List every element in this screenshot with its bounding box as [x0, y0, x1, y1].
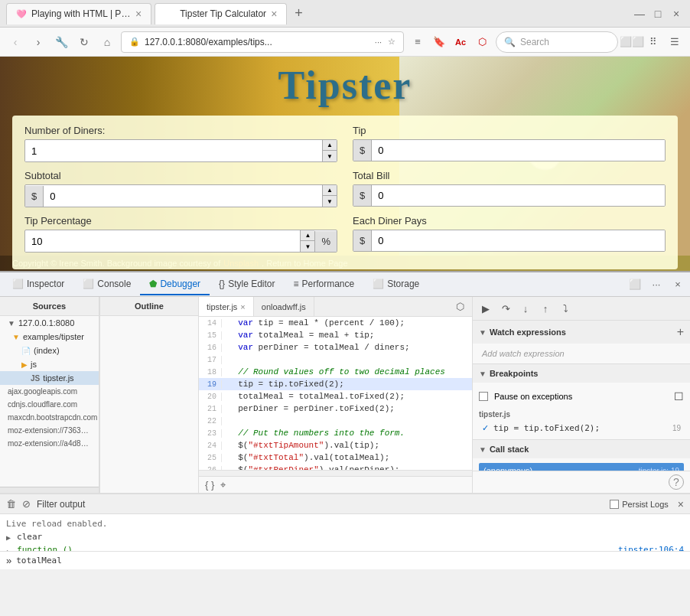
breakpoints-header[interactable]: ▼ Breakpoints [473, 364, 690, 383]
forward-button[interactable]: › [29, 33, 47, 51]
each-diner-group: Each Diner Pays $ [353, 215, 666, 253]
js-file-icon: JS [31, 374, 40, 383]
tip-input[interactable] [372, 140, 665, 161]
filter-btn[interactable]: ⊘ [22, 498, 31, 510]
apps-icon[interactable]: ⠿ [644, 33, 662, 51]
url-bar[interactable]: 🔒 127.0.0.1:8080/examples/tips... ··· ☆ [121, 31, 404, 53]
synced-tabs-icon[interactable]: ≡ [408, 33, 427, 51]
menu-button[interactable]: ☰ [666, 33, 684, 51]
tree-moz2[interactable]: moz-extension://a4d89d8e-ef272-4b1... [0, 437, 99, 450]
close-devtools-button[interactable]: × [669, 275, 687, 294]
expand-code-btn[interactable]: ⬡ [451, 298, 469, 316]
pdf-icon[interactable]: Ac [451, 33, 470, 51]
tree-folder-examples[interactable]: ▼ examples/tipster [0, 330, 99, 344]
tab-debugger[interactable]: ⬟ Debugger [140, 274, 210, 295]
home-button[interactable]: ⌂ [98, 33, 116, 51]
close-button[interactable]: × [669, 6, 684, 21]
nav-icons: ≡ 🔖 Ac ⬡ [408, 33, 491, 51]
bp-line-number: 19 [672, 424, 681, 432]
tree-tipster-js[interactable]: JS tipster.js [0, 371, 99, 385]
step-over-btn[interactable]: ↷ [497, 300, 514, 317]
subtotal-up[interactable]: ▲ [323, 185, 337, 196]
help-button[interactable]: ? [669, 474, 684, 490]
code-tab-onload-label: onloadwff.js [262, 302, 306, 311]
tools-button[interactable]: 🔧 [52, 33, 70, 51]
diners-down[interactable]: ▼ [323, 151, 337, 161]
code-search-btn[interactable]: ⌖ [220, 479, 226, 491]
tab-playing-html[interactable]: 🩷 Playing with HTML | Playing w... × [6, 3, 151, 24]
persist-checkbox[interactable]: Persist Logs [610, 500, 669, 509]
sources-scrollbar[interactable] [0, 487, 99, 493]
step-out-btn[interactable]: ↑ [537, 300, 554, 317]
style-editor-label: Style Editor [228, 279, 275, 289]
tab-performance[interactable]: ≡ Performance [284, 274, 363, 295]
tree-cdnjs[interactable]: cdnjs.cloudflare.com [0, 398, 99, 411]
search-bar[interactable]: 🔍 Search [496, 31, 618, 53]
subtotal-input[interactable] [44, 186, 322, 207]
callstack-header[interactable]: ▼ Call stack [473, 440, 690, 458]
tree-maxcdn[interactable]: maxcdn.bootstrapcdn.com [0, 411, 99, 424]
add-watch-btn[interactable]: + [677, 325, 684, 339]
line-content-21: perDiner = perDiner.toFixed(2); [222, 404, 395, 413]
step-btn[interactable]: ⤵ [557, 300, 574, 317]
tree-ajax[interactable]: ajax.googleapis.com [0, 385, 99, 398]
each-diner-input[interactable] [372, 230, 665, 251]
tip-percent-input[interactable] [25, 231, 300, 252]
bookmark-icon[interactable]: ··· [373, 36, 383, 48]
step-in-btn[interactable]: ↓ [517, 300, 534, 317]
code-tab-tipster[interactable]: tipster.js × [199, 297, 254, 316]
tab-console[interactable]: ⬜ Console [73, 274, 140, 295]
tip-percent-spinner[interactable]: ▲ ▼ [300, 230, 314, 252]
extensions-icon[interactable]: ⬜⬜ [623, 33, 641, 51]
watch-label: Watch expressions [490, 328, 566, 337]
code-panel: tipster.js × onloadwff.js ⬡ 14 [199, 297, 472, 493]
code-horizontal-scroll[interactable] [199, 470, 472, 476]
bp-toggle-icon: ▼ [479, 370, 487, 378]
tree-moz1[interactable]: moz-extension://736333ac-2b4b-4cfc... [0, 424, 99, 437]
console-link[interactable]: tipster:106:4 [618, 545, 684, 551]
subtotal-spinner[interactable]: ▲ ▼ [322, 185, 337, 207]
new-tab-button[interactable]: + [290, 5, 308, 21]
star-icon[interactable]: ☆ [386, 35, 397, 48]
dock-button[interactable]: ⬜ [626, 275, 644, 294]
dots-button[interactable]: ··· [647, 275, 666, 294]
diners-input[interactable] [25, 141, 322, 161]
maximize-button[interactable]: □ [650, 6, 666, 21]
diners-spinner[interactable]: ▲ ▼ [322, 140, 337, 161]
storage-icon: ⬜ [373, 279, 384, 289]
diners-up[interactable]: ▲ [323, 140, 337, 151]
bp-code-row[interactable]: ✓ tip = tip.toFixed(2); 19 [479, 422, 684, 435]
total-input[interactable] [372, 185, 665, 206]
tree-index[interactable]: 📄 (index) [0, 344, 99, 357]
tree-server[interactable]: ▼ 127.0.0.1:8080 [0, 316, 99, 330]
tab-style-editor[interactable]: {} Style Editor [210, 274, 284, 295]
resume-btn[interactable]: ▶ [477, 300, 494, 317]
tab-storage[interactable]: ⬜ Storage [363, 274, 428, 295]
total-group: Total Bill $ [353, 170, 666, 207]
minimize-button[interactable]: — [632, 6, 647, 21]
refresh-button[interactable]: ↻ [75, 33, 93, 51]
console-input[interactable] [16, 556, 684, 565]
close-console-btn[interactable]: × [678, 498, 684, 510]
pocket-icon[interactable]: ⬡ [473, 33, 491, 51]
watch-header[interactable]: ▼ Watch expressions + [473, 321, 690, 344]
tip-percent-down[interactable]: ▼ [301, 241, 314, 252]
code-area[interactable]: 14 var tip = meal * (percent / 100); 15 … [199, 317, 472, 470]
back-button[interactable]: ‹ [6, 33, 24, 51]
clear-console-btn[interactable]: 🗑 [6, 498, 16, 510]
bookmark-panel-icon[interactable]: 🔖 [430, 33, 448, 51]
tab-tipster[interactable]: Tipster Tip Calculator × [155, 3, 287, 24]
tab-close-1[interactable]: × [135, 8, 142, 20]
pretty-print-btn[interactable]: { } [205, 479, 214, 491]
tree-js-folder[interactable]: ▶ js [0, 357, 99, 371]
pause-exceptions-checkbox[interactable] [479, 392, 488, 401]
console-output: Live reload enabled. ▶ clear ← function … [0, 514, 690, 551]
code-tab-onload[interactable]: onloadwff.js [254, 297, 314, 316]
persist-cb-box[interactable] [610, 500, 619, 509]
tip-percent-up[interactable]: ▲ [301, 230, 314, 241]
callstack-item-anonymous[interactable]: (anonymous) tipster.js: 19 [479, 463, 684, 471]
tab-inspector[interactable]: ⬜ Inspector [3, 274, 73, 295]
code-tab-tipster-close[interactable]: × [240, 302, 245, 311]
subtotal-down[interactable]: ▼ [323, 196, 337, 207]
tab-close-2[interactable]: × [271, 8, 277, 20]
